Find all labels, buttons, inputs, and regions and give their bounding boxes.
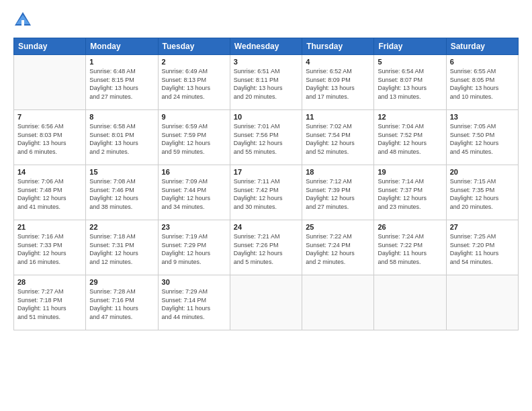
calendar-cell: 28Sunrise: 7:27 AM Sunset: 7:18 PM Dayli… bbox=[14, 275, 86, 330]
day-info: Sunrise: 7:19 AM Sunset: 7:29 PM Dayligh… bbox=[162, 232, 226, 266]
day-number: 25 bbox=[306, 223, 370, 231]
day-number: 10 bbox=[234, 113, 298, 121]
day-number: 3 bbox=[234, 58, 298, 66]
weekday-header: Wednesday bbox=[230, 38, 302, 55]
calendar-cell: 6Sunrise: 6:55 AM Sunset: 8:05 PM Daylig… bbox=[446, 55, 518, 110]
day-info: Sunrise: 7:05 AM Sunset: 7:50 PM Dayligh… bbox=[450, 122, 515, 156]
calendar-cell bbox=[230, 275, 302, 330]
day-info: Sunrise: 7:14 AM Sunset: 7:37 PM Dayligh… bbox=[378, 177, 442, 211]
weekday-header: Friday bbox=[374, 38, 446, 55]
day-number: 30 bbox=[162, 278, 226, 286]
calendar-cell: 15Sunrise: 7:08 AM Sunset: 7:46 PM Dayli… bbox=[86, 165, 158, 220]
day-number: 6 bbox=[450, 58, 515, 66]
day-info: Sunrise: 6:49 AM Sunset: 8:13 PM Dayligh… bbox=[162, 67, 226, 101]
day-info: Sunrise: 6:54 AM Sunset: 8:07 PM Dayligh… bbox=[378, 67, 442, 101]
day-info: Sunrise: 6:48 AM Sunset: 8:15 PM Dayligh… bbox=[89, 67, 154, 101]
day-number: 29 bbox=[89, 278, 154, 286]
day-number: 21 bbox=[17, 223, 82, 231]
calendar-cell bbox=[302, 275, 374, 330]
day-info: Sunrise: 7:09 AM Sunset: 7:44 PM Dayligh… bbox=[162, 177, 226, 211]
calendar-cell: 26Sunrise: 7:24 AM Sunset: 7:22 PM Dayli… bbox=[374, 220, 446, 275]
day-number: 9 bbox=[162, 113, 226, 121]
day-number: 5 bbox=[378, 58, 442, 66]
day-number: 18 bbox=[306, 168, 370, 176]
day-info: Sunrise: 7:01 AM Sunset: 7:56 PM Dayligh… bbox=[234, 122, 298, 156]
calendar-cell: 20Sunrise: 7:15 AM Sunset: 7:35 PM Dayli… bbox=[446, 165, 518, 220]
calendar-cell bbox=[374, 275, 446, 330]
weekday-header: Sunday bbox=[14, 38, 86, 55]
day-number: 11 bbox=[306, 113, 370, 121]
day-number: 28 bbox=[17, 278, 82, 286]
day-info: Sunrise: 7:02 AM Sunset: 7:54 PM Dayligh… bbox=[306, 122, 370, 156]
calendar-cell: 1Sunrise: 6:48 AM Sunset: 8:15 PM Daylig… bbox=[86, 55, 158, 110]
calendar-cell: 14Sunrise: 7:06 AM Sunset: 7:48 PM Dayli… bbox=[14, 165, 86, 220]
day-info: Sunrise: 6:51 AM Sunset: 8:11 PM Dayligh… bbox=[234, 67, 298, 101]
day-info: Sunrise: 7:22 AM Sunset: 7:24 PM Dayligh… bbox=[306, 232, 370, 266]
weekday-header: Thursday bbox=[302, 38, 374, 55]
calendar-week-row: 14Sunrise: 7:06 AM Sunset: 7:48 PM Dayli… bbox=[14, 165, 519, 220]
calendar-cell: 21Sunrise: 7:16 AM Sunset: 7:33 PM Dayli… bbox=[14, 220, 86, 275]
day-number: 26 bbox=[378, 223, 442, 231]
day-number: 27 bbox=[450, 223, 515, 231]
weekday-header: Monday bbox=[86, 38, 158, 55]
day-info: Sunrise: 7:16 AM Sunset: 7:33 PM Dayligh… bbox=[17, 232, 82, 266]
calendar-cell: 11Sunrise: 7:02 AM Sunset: 7:54 PM Dayli… bbox=[302, 110, 374, 165]
calendar-cell: 16Sunrise: 7:09 AM Sunset: 7:44 PM Dayli… bbox=[158, 165, 230, 220]
day-info: Sunrise: 7:25 AM Sunset: 7:20 PM Dayligh… bbox=[450, 232, 515, 266]
day-number: 24 bbox=[234, 223, 298, 231]
day-info: Sunrise: 7:29 AM Sunset: 7:14 PM Dayligh… bbox=[162, 287, 226, 321]
header bbox=[13, 11, 519, 30]
day-info: Sunrise: 7:12 AM Sunset: 7:39 PM Dayligh… bbox=[306, 177, 370, 211]
day-number: 14 bbox=[17, 168, 82, 176]
day-number: 13 bbox=[450, 113, 515, 121]
calendar-table: SundayMondayTuesdayWednesdayThursdayFrid… bbox=[13, 38, 519, 330]
day-info: Sunrise: 6:58 AM Sunset: 8:01 PM Dayligh… bbox=[89, 122, 154, 156]
day-number: 8 bbox=[89, 113, 154, 121]
calendar-cell: 29Sunrise: 7:28 AM Sunset: 7:16 PM Dayli… bbox=[86, 275, 158, 330]
day-info: Sunrise: 7:08 AM Sunset: 7:46 PM Dayligh… bbox=[89, 177, 154, 211]
day-info: Sunrise: 7:21 AM Sunset: 7:26 PM Dayligh… bbox=[234, 232, 298, 266]
day-number: 4 bbox=[306, 58, 370, 66]
day-number: 22 bbox=[89, 223, 154, 231]
calendar-week-row: 1Sunrise: 6:48 AM Sunset: 8:15 PM Daylig… bbox=[14, 55, 519, 110]
day-info: Sunrise: 7:24 AM Sunset: 7:22 PM Dayligh… bbox=[378, 232, 442, 266]
day-info: Sunrise: 6:59 AM Sunset: 7:59 PM Dayligh… bbox=[162, 122, 226, 156]
day-info: Sunrise: 7:18 AM Sunset: 7:31 PM Dayligh… bbox=[89, 232, 154, 266]
day-info: Sunrise: 7:04 AM Sunset: 7:52 PM Dayligh… bbox=[378, 122, 442, 156]
day-number: 2 bbox=[162, 58, 226, 66]
day-info: Sunrise: 6:56 AM Sunset: 8:03 PM Dayligh… bbox=[17, 122, 82, 156]
day-number: 17 bbox=[234, 168, 298, 176]
calendar-week-row: 7Sunrise: 6:56 AM Sunset: 8:03 PM Daylig… bbox=[14, 110, 519, 165]
day-number: 12 bbox=[378, 113, 442, 121]
day-info: Sunrise: 6:55 AM Sunset: 8:05 PM Dayligh… bbox=[450, 67, 515, 101]
calendar-cell: 5Sunrise: 6:54 AM Sunset: 8:07 PM Daylig… bbox=[374, 55, 446, 110]
day-info: Sunrise: 7:11 AM Sunset: 7:42 PM Dayligh… bbox=[234, 177, 298, 211]
calendar-cell: 17Sunrise: 7:11 AM Sunset: 7:42 PM Dayli… bbox=[230, 165, 302, 220]
page: SundayMondayTuesdayWednesdayThursdayFrid… bbox=[0, 0, 532, 341]
day-number: 7 bbox=[17, 113, 82, 121]
day-number: 16 bbox=[162, 168, 226, 176]
calendar-cell bbox=[14, 55, 86, 110]
calendar-week-row: 28Sunrise: 7:27 AM Sunset: 7:18 PM Dayli… bbox=[14, 275, 519, 330]
calendar-cell: 10Sunrise: 7:01 AM Sunset: 7:56 PM Dayli… bbox=[230, 110, 302, 165]
calendar-cell: 23Sunrise: 7:19 AM Sunset: 7:29 PM Dayli… bbox=[158, 220, 230, 275]
calendar-cell: 19Sunrise: 7:14 AM Sunset: 7:37 PM Dayli… bbox=[374, 165, 446, 220]
day-number: 23 bbox=[162, 223, 226, 231]
logo bbox=[13, 11, 35, 30]
svg-rect-2 bbox=[21, 20, 24, 26]
calendar-cell: 4Sunrise: 6:52 AM Sunset: 8:09 PM Daylig… bbox=[302, 55, 374, 110]
calendar-cell: 12Sunrise: 7:04 AM Sunset: 7:52 PM Dayli… bbox=[374, 110, 446, 165]
day-info: Sunrise: 7:06 AM Sunset: 7:48 PM Dayligh… bbox=[17, 177, 82, 211]
day-info: Sunrise: 7:28 AM Sunset: 7:16 PM Dayligh… bbox=[89, 287, 154, 321]
weekday-header: Tuesday bbox=[158, 38, 230, 55]
weekday-header: Saturday bbox=[446, 38, 518, 55]
calendar-cell: 25Sunrise: 7:22 AM Sunset: 7:24 PM Dayli… bbox=[302, 220, 374, 275]
calendar-cell: 2Sunrise: 6:49 AM Sunset: 8:13 PM Daylig… bbox=[158, 55, 230, 110]
calendar-cell: 24Sunrise: 7:21 AM Sunset: 7:26 PM Dayli… bbox=[230, 220, 302, 275]
calendar-cell bbox=[446, 275, 518, 330]
calendar-cell: 30Sunrise: 7:29 AM Sunset: 7:14 PM Dayli… bbox=[158, 275, 230, 330]
logo-icon bbox=[13, 11, 32, 30]
day-info: Sunrise: 6:52 AM Sunset: 8:09 PM Dayligh… bbox=[306, 67, 370, 101]
day-number: 15 bbox=[89, 168, 154, 176]
calendar-cell: 7Sunrise: 6:56 AM Sunset: 8:03 PM Daylig… bbox=[14, 110, 86, 165]
